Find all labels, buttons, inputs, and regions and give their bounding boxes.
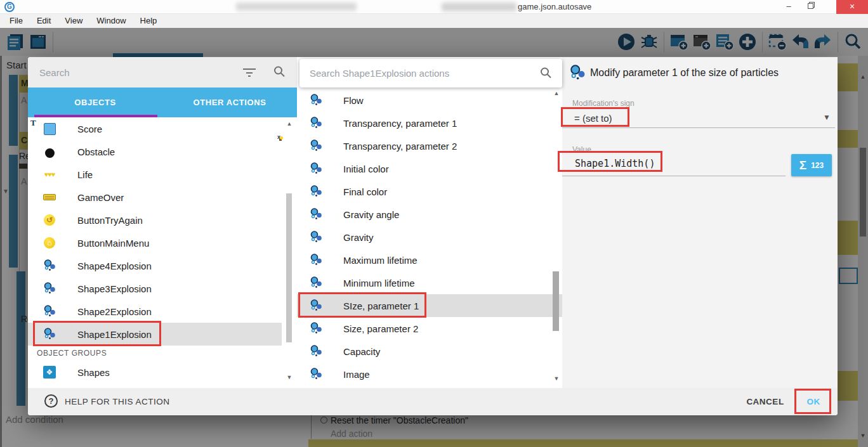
- sign-field-label: Modification's sign: [572, 99, 635, 108]
- list-item-action[interactable]: Gravity: [297, 226, 562, 249]
- list-item-object[interactable]: Shape4Explosion: [28, 254, 282, 277]
- action-list: Flow Transparency, parameter 1 Transpare…: [297, 89, 562, 388]
- retry-button-icon: ↺: [43, 214, 56, 226]
- list-item-action[interactable]: Transparency, parameter 1: [297, 112, 562, 134]
- list-item-action[interactable]: Gravity angle: [297, 203, 562, 226]
- screen: G game.json.autosave – × File Edit View …: [0, 0, 868, 447]
- list-item-action[interactable]: Image: [297, 363, 562, 385]
- particles-icon: [310, 276, 322, 289]
- particles-icon: [310, 185, 322, 198]
- list-item-object-selected[interactable]: Shape1Explosion: [28, 323, 282, 346]
- action-search-input[interactable]: [310, 65, 519, 81]
- scroll-up-icon[interactable]: ▲: [284, 120, 295, 127]
- field-underline: [562, 127, 835, 128]
- search-icon[interactable]: [273, 65, 286, 78]
- list-item-object[interactable]: Shape2Explosion: [28, 300, 282, 323]
- list-item-action[interactable]: Maximum lifetime: [297, 249, 562, 271]
- expression-editor-button[interactable]: Σ 123: [791, 154, 832, 176]
- restore-button[interactable]: [801, 0, 820, 14]
- redacted-blur: [442, 3, 516, 11]
- object-list-scrollbar[interactable]: ▲ ▼: [284, 120, 295, 384]
- tab-other-actions[interactable]: OTHER ACTIONS: [162, 87, 297, 117]
- cancel-button[interactable]: CANCEL: [740, 394, 791, 410]
- dialog-footer: ? HELP FOR THIS ACTION CANCEL OK: [28, 388, 838, 415]
- scroll-up-icon[interactable]: ▲: [551, 90, 562, 96]
- list-item-action[interactable]: Size, parameter 2: [297, 317, 562, 340]
- window-title: game.json.autosave: [518, 2, 591, 11]
- particles-icon: [310, 208, 322, 221]
- menu-window[interactable]: Window: [89, 14, 133, 28]
- help-icon: ?: [44, 394, 58, 408]
- tab-objects[interactable]: OBJECTS: [28, 87, 162, 117]
- list-item-action[interactable]: Initial color: [297, 157, 562, 180]
- particles-icon: [310, 368, 322, 380]
- particles-icon: [310, 322, 322, 335]
- annotation-box: [561, 107, 629, 127]
- shapes-group-icon: ❖: [43, 366, 56, 379]
- scrollbar-thumb[interactable]: [286, 193, 292, 342]
- particles-icon: [310, 345, 322, 358]
- particles-icon: [310, 254, 322, 266]
- particles-icon: [310, 94, 322, 107]
- sigma-icon: Σ: [799, 159, 806, 172]
- list-item-object[interactable]: GameOver: [28, 186, 282, 209]
- particles-icon: [43, 282, 56, 295]
- annotation-box: [298, 292, 426, 318]
- scrollbar-thumb[interactable]: [553, 271, 559, 331]
- object-search-input[interactable]: [39, 65, 223, 80]
- close-button[interactable]: ×: [836, 0, 868, 14]
- menu-edit[interactable]: Edit: [30, 14, 58, 28]
- chevron-down-icon[interactable]: ▼: [823, 113, 831, 122]
- action-editor-dialog: OBJECTS OTHER ACTIONS Score Obstacle ♥♥♥…: [28, 57, 838, 415]
- particles-icon: [310, 117, 322, 129]
- hearts-icon: ♥♥♥: [43, 168, 56, 181]
- list-item-action[interactable]: Capacity: [297, 340, 562, 363]
- help-button[interactable]: HELP FOR THIS ACTION: [65, 397, 170, 406]
- numeric-badge: 123: [811, 161, 824, 170]
- action-title: Modify parameter 1 of the size of partic…: [590, 67, 779, 79]
- menu-file[interactable]: File: [3, 14, 30, 28]
- gdevelop-logo-icon: G: [4, 2, 15, 12]
- list-item-object[interactable]: ↺ ButtonTryAgain: [28, 209, 282, 231]
- menu-view[interactable]: View: [58, 14, 89, 28]
- minimize-button[interactable]: –: [779, 0, 798, 14]
- title-bar: G game.json.autosave – ×: [0, 0, 868, 14]
- object-list: Score Obstacle ♥♥♥ Life GameOver ↺ Butto…: [28, 117, 284, 388]
- list-item-action[interactable]: Flow: [297, 89, 562, 112]
- search-icon[interactable]: [539, 67, 552, 79]
- redacted-blur: [236, 3, 357, 11]
- list-item-action-selected[interactable]: SIze, parameter 1: [297, 294, 562, 317]
- action-list-scrollbar[interactable]: ▲ ▼: [551, 90, 561, 383]
- list-item-object[interactable]: Score: [28, 117, 282, 140]
- scroll-down-icon[interactable]: ▼: [551, 375, 562, 382]
- filter-icon[interactable]: [242, 67, 256, 78]
- list-item-action[interactable]: Final color: [297, 180, 562, 203]
- menu-help[interactable]: Help: [133, 14, 164, 28]
- list-item-action[interactable]: Minimum lifetime: [297, 271, 562, 294]
- list-item-group[interactable]: ❖ Shapes: [28, 361, 282, 384]
- list-item-object[interactable]: ⌂ ButtonMainMenu: [28, 231, 282, 254]
- list-item-object[interactable]: ♥♥♥ Life: [28, 163, 282, 186]
- annotation-box: [33, 321, 161, 346]
- particles-icon: [43, 259, 56, 272]
- annotation-box: [558, 151, 662, 172]
- text-object-icon: [43, 122, 56, 135]
- object-groups-header: OBJECT GROUPS: [28, 346, 284, 361]
- particles-icon: [569, 65, 586, 81]
- object-tabs: OBJECTS OTHER ACTIONS: [28, 87, 297, 117]
- action-search-bar: [299, 59, 562, 87]
- particles-icon: [43, 305, 56, 318]
- home-button-icon: ⌂: [43, 236, 56, 249]
- banner-icon: [43, 191, 56, 204]
- scroll-down-icon[interactable]: ▼: [284, 374, 295, 380]
- list-item-action[interactable]: Transparency, parameter 2: [297, 134, 562, 157]
- particles-icon: [310, 231, 322, 243]
- list-item-object[interactable]: Shape3Explosion: [28, 277, 282, 300]
- particles-icon: [310, 139, 322, 152]
- list-item-object[interactable]: Obstacle: [28, 140, 282, 163]
- menu-bar: File Edit View Window Help: [0, 14, 868, 28]
- annotation-box: [794, 389, 831, 414]
- field-underline: [562, 176, 786, 176]
- restore-icon: [808, 3, 813, 9]
- particles-icon: [310, 162, 322, 175]
